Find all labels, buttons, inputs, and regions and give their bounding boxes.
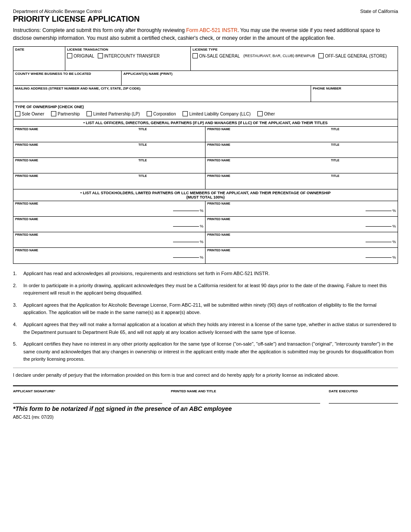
percent-symbol: % (392, 224, 396, 228)
ownership-row: TYPE OF OWNERSHIP (Check one) Sole Owner… (13, 102, 398, 119)
notary-text: *This form to be notarized if not signed… (13, 405, 398, 412)
mailing-cell: MAILING ADDRESS (Street number and name,… (13, 86, 311, 102)
date-executed-label: DATE EXECUTED (329, 389, 358, 393)
officer-title-label: TITLE (331, 159, 396, 162)
officer-cell: PRINTED NAME TITLE (206, 127, 398, 142)
officer-title-label: TITLE (138, 143, 203, 146)
printed-name-line[interactable] (171, 393, 320, 404)
officer-name-label: PRINTED NAME (207, 174, 328, 177)
on-sale-label: ON-SALE GENERAL (199, 54, 240, 58)
partnership-checkbox[interactable] (51, 111, 56, 116)
stockholder-name-label: PRINTED NAME (15, 233, 203, 236)
sig-col-printed: PRINTED NAME AND TITLE (171, 388, 320, 404)
corporation-checkbox-group[interactable]: Corporation (147, 111, 176, 116)
stockholder-name-label: PRINTED NAME (207, 249, 396, 252)
on-sale-checkbox-group[interactable]: ON-SALE GENERAL (193, 53, 240, 58)
date-executed-line[interactable] (329, 393, 398, 404)
intercounty-checkbox[interactable] (98, 53, 103, 58)
off-sale-label: OFF-SALE GENERAL (STORE) (325, 54, 387, 58)
llc-checkbox[interactable] (183, 111, 188, 116)
partnership-checkbox-group[interactable]: Partnership (51, 111, 80, 116)
officer-cell: PRINTED NAME TITLE (206, 142, 398, 158)
intercounty-label: INTERCOUNTY TRANSFER (104, 54, 160, 58)
intercounty-checkbox-group[interactable]: INTERCOUNTY TRANSFER (98, 53, 160, 58)
condition-2: 2. In order to participate in a priority… (13, 282, 398, 297)
date-label: DATE (15, 48, 63, 51)
officer-title-label: TITLE (138, 174, 203, 177)
officer-name-label: PRINTED NAME (15, 143, 135, 146)
officer-cell: PRINTED NAME TITLE (13, 173, 206, 189)
officer-title-label: TITLE (138, 159, 203, 162)
officer-cell: PRINTED NAME TITLE (206, 173, 398, 189)
other-checkbox-group[interactable]: Other (257, 111, 275, 116)
officer-title-label: TITLE (331, 128, 396, 131)
officer-title-label: TITLE (331, 143, 396, 146)
state-name: State of California (360, 9, 398, 14)
other-checkbox[interactable] (257, 111, 263, 116)
sole-owner-checkbox-group[interactable]: Sole Owner (15, 111, 44, 116)
original-checkbox[interactable] (67, 53, 72, 58)
partnership-label: Partnership (58, 112, 80, 116)
license-transaction-cell: LICENSE TRANSACTION ORIGINAL INTERCOUNTY… (65, 47, 191, 71)
percent-symbol: % (392, 255, 396, 260)
stockholder-cell: PRINTED NAME % (206, 232, 398, 248)
sole-owner-label: Sole Owner (22, 112, 44, 116)
phone-cell: PHONE NUMBER (311, 86, 398, 102)
county-label: COUNTY WHERE BUSINESS TO BE LOCATED (15, 72, 119, 76)
stockholder-name-label: PRINTED NAME (207, 218, 396, 221)
llc-checkbox-group[interactable]: Limited Liability Company (LLC) (183, 111, 250, 116)
condition-4: 4. Applicant agrees that they will not m… (13, 321, 398, 336)
on-sale-checkbox[interactable] (193, 53, 198, 58)
condition-5: 5. Applicant certifies they have no inte… (13, 340, 398, 363)
license-trans-label: LICENSE TRANSACTION (67, 48, 189, 51)
original-checkbox-group[interactable]: ORIGINAL (67, 53, 94, 58)
stockholder-cell: PRINTED NAME % (13, 248, 206, 263)
form-number: ABC-521 (rev. 07/20) (13, 415, 398, 420)
limited-partnership-checkbox[interactable] (87, 111, 92, 116)
applicant-sig-line[interactable] (13, 393, 162, 404)
stockholder-name-label: PRINTED NAME (207, 202, 396, 205)
percent-symbol: % (392, 208, 396, 213)
llc-label: Limited Liability Company (LLC) (189, 112, 250, 116)
officer-cell: PRINTED NAME TITLE (13, 127, 206, 142)
instructions: Instructions: Complete and submit this f… (13, 26, 398, 42)
stockholder-name-label: PRINTED NAME (207, 233, 396, 236)
signature-section: APPLICANT SIGNATURE* PRINTED NAME AND TI… (13, 385, 398, 420)
stockholder-cell: PRINTED NAME % (13, 232, 206, 248)
limited-partnership-checkbox-group[interactable]: Limited Partnership (LP) (87, 111, 140, 116)
officer-cell: PRINTED NAME TITLE (13, 158, 206, 173)
form-title: PRIORITY LICENSE APPLICATION (13, 15, 398, 24)
applicant-sig-label: APPLICANT SIGNATURE* (13, 389, 55, 393)
percent-symbol: % (200, 208, 203, 213)
corporation-label: Corporation (153, 112, 176, 116)
stockholder-name-label: PRINTED NAME (15, 218, 203, 221)
limited-partnership-label: Limited Partnership (LP) (93, 112, 140, 116)
percent-symbol: % (200, 224, 203, 228)
corporation-checkbox[interactable] (147, 111, 152, 116)
restaurant-bar-label: (RESTAURANT, BAR, CLUB) BREWPUB (243, 54, 315, 58)
applicant-cell: APPLICANT(S) NAME (Print) (122, 71, 398, 85)
officer-title-label: TITLE (331, 174, 396, 177)
officer-cell: PRINTED NAME TITLE (13, 142, 206, 158)
percent-symbol: % (200, 240, 203, 244)
off-sale-checkbox[interactable] (318, 53, 324, 58)
original-label: ORIGINAL (74, 54, 94, 58)
date-cell: DATE (13, 47, 65, 71)
condition-3: 3. Applicant agrees that the Application… (13, 301, 398, 317)
mailing-label: MAILING ADDRESS (Street number and name,… (15, 87, 309, 90)
officer-name-label: PRINTED NAME (15, 159, 135, 162)
sole-owner-checkbox[interactable] (15, 111, 20, 116)
stockholder-cell: PRINTED NAME % (13, 201, 206, 217)
form-link[interactable]: Form ABC-521 INSTR (186, 27, 238, 33)
stockholders-header: • LIST ALL STOCKHOLDERS, LIMITED PARTNER… (13, 189, 398, 201)
percent-symbol: % (200, 255, 203, 260)
sig-col-date: DATE EXECUTED (329, 388, 398, 404)
stockholder-name-label: PRINTED NAME (15, 249, 203, 252)
off-sale-checkbox-group[interactable]: OFF-SALE GENERAL (STORE) (318, 53, 387, 58)
sig-col-applicant: APPLICANT SIGNATURE* (13, 388, 162, 404)
officer-name-label: PRINTED NAME (207, 159, 328, 162)
condition-1: 1. Applicant has read and acknowledges a… (13, 270, 398, 278)
officer-cell: PRINTED NAME TITLE (206, 158, 398, 173)
dept-name: Department of Alcoholic Beverage Control (13, 9, 102, 14)
license-type-cell: LICENSE TYPE ON-SALE GENERAL (RESTAURANT… (191, 47, 398, 71)
